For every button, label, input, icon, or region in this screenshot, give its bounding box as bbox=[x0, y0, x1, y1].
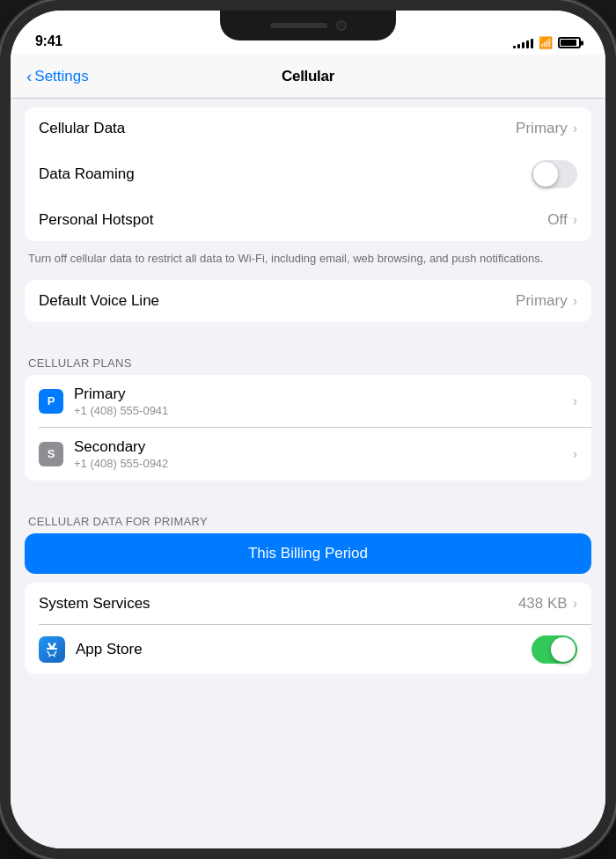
cellular-data-chevron-icon: › bbox=[573, 121, 577, 136]
screen: 9:41 📶 ‹ Settings Cellu bbox=[11, 11, 605, 848]
personal-hotspot-row[interactable]: Personal Hotspot Off › bbox=[25, 199, 591, 241]
primary-plan-number: +1 (408) 555-0941 bbox=[74, 404, 573, 417]
cellular-data-primary-header-text: CELLULAR DATA FOR PRIMARY bbox=[28, 515, 208, 528]
status-icons: 📶 bbox=[513, 36, 581, 49]
default-voice-row[interactable]: Default Voice Line Primary › bbox=[25, 280, 591, 322]
phone-frame: 9:41 📶 ‹ Settings Cellu bbox=[0, 0, 616, 859]
info-text-box: Turn off cellular data to restrict all d… bbox=[11, 241, 605, 280]
data-roaming-label: Data Roaming bbox=[39, 165, 532, 183]
camera bbox=[336, 20, 347, 31]
primary-plan-info: Primary +1 (408) 555-0941 bbox=[74, 385, 573, 417]
back-button[interactable]: ‹ Settings bbox=[26, 66, 89, 86]
toggle-thumb bbox=[533, 162, 558, 187]
battery-icon bbox=[558, 37, 581, 48]
personal-hotspot-value: Off bbox=[547, 211, 567, 229]
personal-hotspot-label: Personal Hotspot bbox=[39, 211, 547, 229]
secondary-plan-name: Secondary bbox=[74, 438, 573, 456]
app-store-label: App Store bbox=[76, 641, 532, 658]
default-voice-label: Default Voice Line bbox=[39, 292, 516, 310]
billing-period-label: This Billing Period bbox=[248, 545, 368, 562]
system-services-label: System Services bbox=[39, 595, 518, 613]
primary-plan-name: Primary bbox=[74, 385, 573, 403]
system-services-row[interactable]: System Services 438 KB › bbox=[25, 583, 591, 625]
status-time: 9:41 bbox=[35, 33, 62, 49]
cellular-data-primary-header: CELLULAR DATA FOR PRIMARY bbox=[11, 500, 605, 533]
main-settings-group: Cellular Data Primary › Data Roaming Per… bbox=[25, 107, 591, 241]
app-store-toggle-thumb bbox=[551, 637, 576, 662]
content-area: Cellular Data Primary › Data Roaming Per… bbox=[11, 99, 605, 848]
back-label: Settings bbox=[34, 68, 88, 85]
nav-bar: ‹ Settings Cellular bbox=[11, 55, 605, 99]
notch bbox=[220, 11, 396, 40]
cellular-plans-header-text: CELLULAR PLANS bbox=[28, 356, 132, 370]
secondary-plan-icon: S bbox=[39, 442, 63, 466]
cellular-data-label: Cellular Data bbox=[39, 120, 516, 137]
app-store-row[interactable]: App Store bbox=[25, 625, 591, 674]
default-voice-value: Primary bbox=[516, 292, 568, 310]
wifi-icon: 📶 bbox=[539, 36, 553, 49]
cellular-info-text: Turn off cellular data to restrict all d… bbox=[28, 252, 543, 265]
primary-plan-icon: P bbox=[39, 389, 63, 414]
signal-bars-icon bbox=[513, 37, 533, 48]
system-services-value: 438 KB bbox=[518, 595, 568, 613]
secondary-plan-number: +1 (408) 555-0942 bbox=[74, 457, 573, 470]
data-roaming-row[interactable]: Data Roaming bbox=[25, 150, 591, 199]
primary-plan-row[interactable]: P Primary +1 (408) 555-0941 › bbox=[25, 375, 591, 428]
data-usage-group: System Services 438 KB › App Store bbox=[25, 583, 591, 674]
default-voice-chevron-icon: › bbox=[573, 293, 577, 309]
default-voice-group: Default Voice Line Primary › bbox=[25, 280, 591, 322]
speaker bbox=[270, 23, 327, 28]
system-services-chevron-icon: › bbox=[573, 596, 577, 612]
secondary-plan-chevron-icon: › bbox=[573, 446, 577, 462]
cellular-data-row[interactable]: Cellular Data Primary › bbox=[25, 107, 591, 150]
back-chevron-icon: ‹ bbox=[26, 67, 32, 86]
primary-plan-chevron-icon: › bbox=[573, 393, 577, 409]
cellular-data-value: Primary bbox=[516, 120, 568, 137]
billing-period-button[interactable]: This Billing Period bbox=[25, 533, 591, 574]
secondary-plan-info: Secondary +1 (408) 555-0942 bbox=[74, 438, 573, 470]
data-roaming-toggle[interactable] bbox=[532, 160, 577, 188]
page-title: Cellular bbox=[282, 68, 334, 85]
cellular-plans-group: P Primary +1 (408) 555-0941 › S Secondar… bbox=[25, 375, 591, 481]
secondary-plan-row[interactable]: S Secondary +1 (408) 555-0942 › bbox=[25, 428, 591, 481]
cellular-plans-header: CELLULAR PLANS bbox=[11, 341, 605, 375]
app-store-icon bbox=[39, 636, 65, 663]
personal-hotspot-chevron-icon: › bbox=[573, 212, 577, 228]
app-store-toggle[interactable] bbox=[532, 635, 577, 664]
